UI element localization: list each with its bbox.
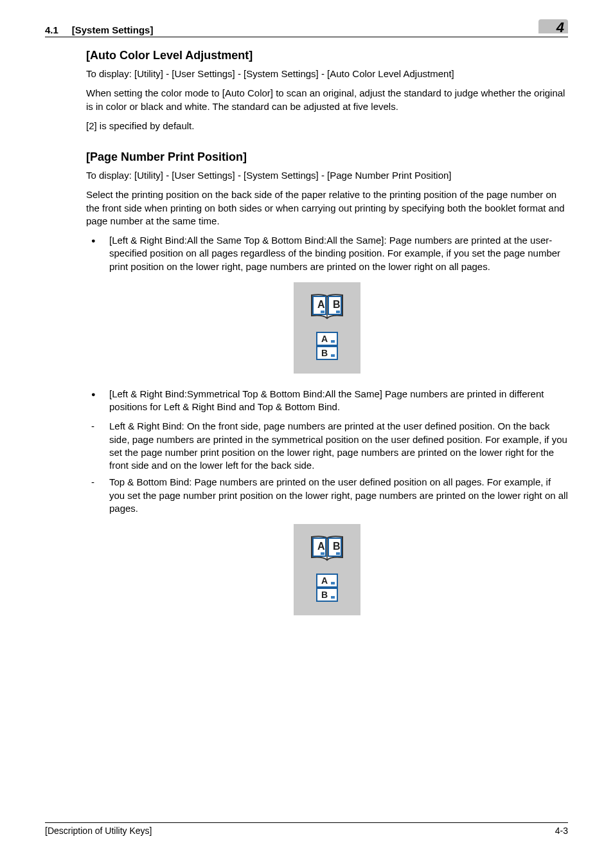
bullet-symmetrical: [Left & Right Bind:Symmetrical Top & Bot… — [86, 388, 568, 414]
bullet-all-same: [Left & Right Bind:All the Same Top & Bo… — [86, 234, 568, 273]
svg-text:B: B — [321, 348, 328, 358]
svg-rect-20 — [331, 582, 335, 584]
section-title-page-number: [Page Number Print Position] — [86, 150, 568, 164]
para-auto-color-default: [2] is specified by default. — [86, 120, 568, 132]
page-content: [Auto Color Level Adjustment] To display… — [86, 49, 568, 618]
para-auto-color-desc: When setting the color mode to [Auto Col… — [86, 87, 568, 113]
figure-symmetrical: A B A B — [86, 524, 568, 618]
para-pagenum-path: To display: [Utility] - [User Settings] … — [86, 169, 568, 182]
svg-rect-11 — [331, 354, 335, 357]
header-section-title: [System Settings] — [72, 24, 154, 35]
svg-rect-17 — [336, 552, 340, 555]
svg-text:A: A — [321, 334, 328, 344]
svg-text:B: B — [333, 299, 341, 310]
svg-text:A: A — [317, 299, 325, 310]
para-auto-color-path: To display: [Utility] - [User Settings] … — [86, 68, 568, 80]
svg-rect-23 — [331, 596, 335, 599]
section-title-auto-color: [Auto Color Level Adjustment] — [86, 49, 568, 62]
svg-rect-4 — [321, 311, 324, 313]
stack-icon: A B — [309, 572, 345, 604]
booklet-icon: A B — [309, 536, 345, 563]
stack-icon: A B — [309, 330, 345, 362]
figure-all-same: A B A B — [86, 282, 568, 376]
dash-left-right: Left & Right Bind: On the front side, pa… — [86, 420, 568, 472]
svg-rect-5 — [336, 311, 340, 313]
page-header: 4.1 [System Settings] — [45, 24, 568, 37]
svg-text:A: A — [321, 575, 328, 586]
svg-text:B: B — [321, 590, 328, 600]
chapter-tab: 4 — [538, 19, 568, 33]
svg-rect-16 — [321, 552, 324, 555]
footer-page-no: 4-3 — [555, 826, 568, 836]
svg-text:A: A — [317, 541, 325, 552]
para-pagenum-desc: Select the printing position on the back… — [86, 188, 568, 228]
dash-top-bottom: Top & Bottom Bind: Page numbers are prin… — [86, 476, 568, 515]
svg-rect-8 — [331, 340, 335, 343]
footer-title: [Description of Utility Keys] — [45, 826, 152, 836]
booklet-icon: A B — [309, 294, 345, 321]
svg-text:B: B — [333, 541, 341, 552]
page-footer: [Description of Utility Keys] 4-3 — [45, 822, 568, 836]
header-section-no: 4.1 — [45, 24, 58, 35]
